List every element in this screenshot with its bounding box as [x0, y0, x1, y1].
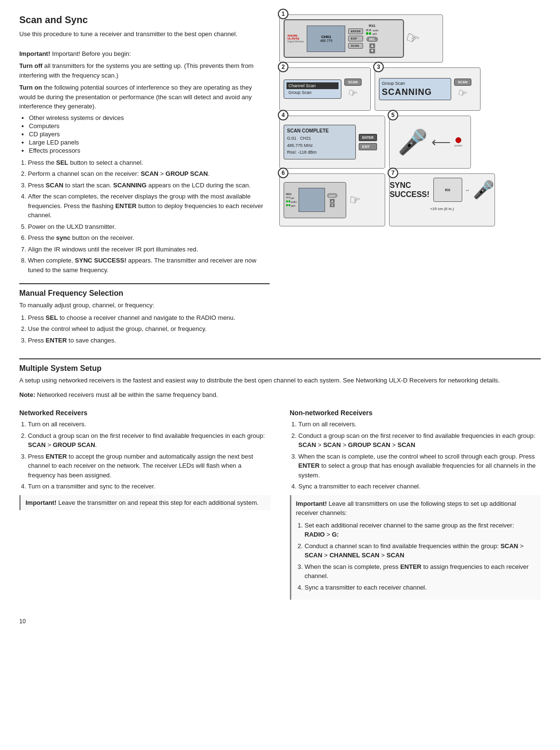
note-text: Networked receivers must all be within t… — [37, 391, 218, 398]
manual-step-2: Use the control wheel to adjust the grou… — [28, 324, 270, 334]
networked-important-label: Important! — [26, 499, 56, 506]
list-item: Large LED panels — [29, 139, 270, 146]
section2-steps: Press SEL to choose a receiver channel a… — [28, 313, 270, 345]
section2-title: Manual Frequency Selection — [19, 283, 270, 298]
important-label: Important! — [19, 50, 50, 57]
networked-title: Networked Receivers — [19, 409, 271, 417]
list-item: Effects processors — [29, 147, 270, 154]
networked-step-4: Turn on a transmitter and sync to the re… — [28, 482, 271, 491]
note-label: Note: — [19, 391, 35, 398]
additional-step-3: When the scan is complete, press ENTER t… — [305, 562, 536, 581]
step-5: Power on the ULXD transmitter. — [28, 222, 270, 232]
intro-text: Use this procedure to tune a receiver an… — [19, 29, 270, 39]
page-title: Scan and Sync — [19, 14, 270, 26]
turn-off-text: all transmitters for the systems you are… — [19, 62, 254, 79]
networked-important: Important! Leave the transmitter on and … — [19, 495, 271, 510]
non-networked-step-4: Sync a transmitter to each receiver chan… — [299, 482, 541, 491]
diagram-7: 7 SYNCSUCCESS! RX ↔ 🎤 <15 cm (6 in.) — [389, 173, 495, 226]
note-line: Note: Networked receivers must all be wi… — [19, 390, 541, 400]
turn-on-para: Turn on the following potential sources … — [19, 83, 270, 111]
manual-step-1: Press SEL to choose a receiver channel a… — [28, 313, 270, 323]
turn-on-text: the following potential sources of inter… — [19, 84, 252, 110]
step-7: Align the IR windows until the receiver … — [28, 245, 270, 254]
step-1: Press the SEL button to select a channel… — [28, 158, 270, 168]
two-column-layout: Networked Receivers Turn on all receiver… — [19, 403, 541, 604]
important-before-text: Important! Before you begin: — [52, 50, 131, 57]
step-8: When complete, SYNC SUCCESS! appears. Th… — [28, 256, 270, 275]
list-item: Computers — [29, 122, 270, 130]
non-networked-step-2: Conduct a group scan on the first receiv… — [299, 431, 541, 450]
networked-important-text: Leave the transmitter on and repeat this… — [58, 499, 259, 506]
diagrams-row-2-3: 2 Channel Scan Group Scan SCAN ☞ 3 Group… — [279, 67, 541, 111]
networked-column: Networked Receivers Turn on all receiver… — [19, 403, 271, 604]
interference-list: Other wireless systems or devices Comput… — [29, 114, 270, 154]
diagram-5: 5 🎤 ⟵ power — [389, 116, 471, 169]
diagrams-area: 1 SHURE ULXD4Q Digital Wireless CH01 485… — [279, 14, 541, 349]
networked-step-1: Turn on all receivers. — [28, 420, 271, 429]
section3-intro: A setup using networked receivers is the… — [19, 376, 541, 385]
non-networked-important-text: Important! Leave all transmitters on use… — [296, 499, 536, 518]
non-networked-column: Non-networked Receivers Turn on all rece… — [290, 403, 541, 604]
step-3: Press SCAN to start the scan. SCANNING a… — [28, 181, 270, 190]
list-item: CD players — [29, 131, 270, 138]
main-content: Scan and Sync Use this procedure to tune… — [19, 14, 270, 349]
networked-step-2: Conduct a group scan on the first receiv… — [28, 431, 271, 450]
step-circle-1: 1 — [278, 9, 288, 19]
diagram-4: 4 SCAN COMPLETE G:01 CH21 485.775 MHz Rs… — [279, 116, 385, 169]
diagram-6: 6 RX1 par audio — [279, 173, 385, 226]
non-networked-steps-list: Turn on all receivers. Conduct a group s… — [299, 420, 541, 491]
diagrams-row-4-5: 4 SCAN COMPLETE G:01 CH21 485.775 MHz Rs… — [279, 116, 541, 169]
additional-step-1: Set each additional receiver channel to … — [305, 521, 536, 539]
non-networked-step-1: Turn on all receivers. — [299, 420, 541, 429]
additional-steps-list: Set each additional receiver channel to … — [305, 521, 536, 592]
bottom-section: Multiple System Setup A setup using netw… — [19, 358, 541, 604]
networked-step-3: Press ENTER to accept the group number a… — [28, 452, 271, 480]
list-item: Other wireless systems or devices — [29, 114, 270, 121]
diagram-2: 2 Channel Scan Group Scan SCAN ☞ — [279, 67, 371, 111]
turn-on-label: Turn on — [19, 84, 42, 91]
turn-off-label: Turn off — [19, 62, 42, 69]
step-6: Press the sync button on the receiver. — [28, 233, 270, 243]
non-networked-step-3: When the scan is complete, use the contr… — [299, 452, 541, 480]
section3-title: Multiple System Setup — [19, 358, 541, 373]
step-4: After the scan completes, the receiver d… — [28, 192, 270, 220]
additional-step-2: Conduct a channel scan to find available… — [305, 541, 536, 560]
diagram-1: 1 SHURE ULXD4Q Digital Wireless CH01 485… — [279, 14, 443, 63]
manual-step-3: Press ENTER to save changes. — [28, 336, 270, 345]
step-2: Perform a channel scan on the receiver: … — [28, 169, 270, 179]
important-before: Important! Important! Before you begin: — [19, 49, 270, 59]
steps-list: Press the SEL button to select a channel… — [28, 158, 270, 275]
turn-off-para: Turn off all transmitters for the system… — [19, 61, 270, 80]
networked-steps-list: Turn on all receivers. Conduct a group s… — [28, 420, 271, 491]
diagram-3: 3 Group Scan SCANNING SCAN ☞ — [375, 67, 481, 111]
non-networked-important: Important! Leave all transmitters on use… — [290, 495, 541, 600]
non-networked-title: Non-networked Receivers — [290, 409, 541, 417]
additional-step-4: Sync a transmitter to each receiver chan… — [305, 583, 536, 592]
section2-intro: To manually adjust group, channel, or fr… — [19, 301, 270, 310]
diagrams-row-6-7: 6 RX1 par audio — [279, 173, 541, 226]
page-number: 10 — [19, 618, 541, 625]
